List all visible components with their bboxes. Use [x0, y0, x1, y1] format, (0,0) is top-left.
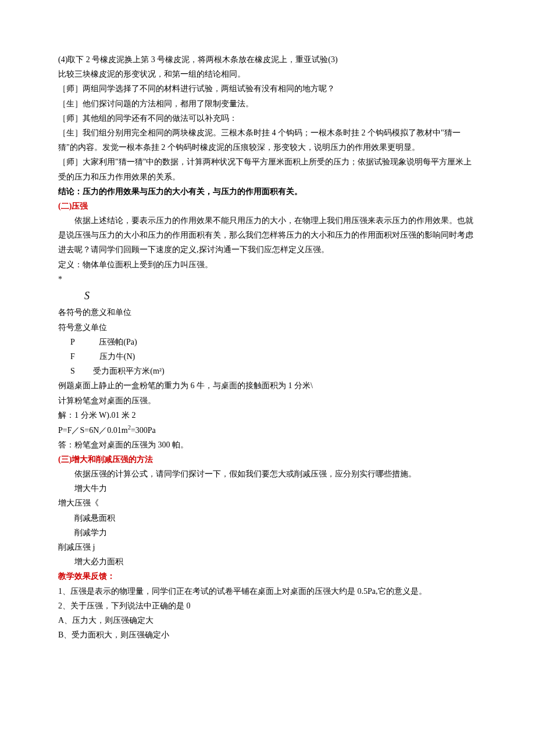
symbol-row-s: S 受力面积平方米(m²) — [58, 364, 477, 378]
option-b: B、受力面积大，则压强确定小 — [58, 628, 477, 642]
list-item: 增大压强《 — [58, 496, 477, 510]
symbol-intro: 各符号的意义和单位 — [58, 305, 477, 320]
section-heading-2: (二)压强 — [58, 199, 477, 213]
formula-symbol-s: S — [58, 286, 477, 305]
section-heading-3: (三)增大和削减压强的方法 — [58, 452, 477, 467]
formula-part-a: P=F／S=6N／0.01m — [58, 426, 128, 435]
dialogue-student: ［生］他们探讨问题的方法相同，都用了限制变量法。 — [58, 96, 477, 111]
body-text: 依据上述结论，要表示压力的作用效果不能只用压力的大小，在物理上我们用压强来表示压… — [58, 213, 477, 257]
symbol-header: 符号意义单位 — [58, 320, 477, 335]
option-a: A、压力大，则压强确定大 — [58, 613, 477, 628]
question-1: 1、压强是表示的物理量，同学们正在考试的试卷平铺在桌面上对桌面的压强大约是 0.… — [58, 584, 477, 599]
example-task: 计算粉笔盒对桌面的压强。 — [58, 393, 477, 408]
example-solution: 解：1 分米 W).01 米 2 — [58, 408, 477, 422]
dialogue-teacher: ［师］两组同学选择了不同的材料进行试验，两组试验有没有相同的地方呢？ — [58, 81, 477, 96]
dialogue-teacher: ［师］大家利用"猜一猜"中的数据，计算两种状况下每平方厘米面积上所受的压力；依据… — [58, 155, 477, 184]
list-item: 增大必力面积 — [58, 554, 477, 569]
symbol-row-f: F 压力牛(N) — [58, 349, 477, 364]
definition-text: 定义：物体单位面积上受到的压力叫压强。 — [58, 257, 477, 272]
body-text: 依据压强的计算公式，请同学们探讨一下，假如我们要怎大或削减压强，应分别实行哪些措… — [58, 467, 477, 481]
dialogue-teacher: ［师］其他组的同学还有不同的做法可以补充吗： — [58, 111, 477, 126]
example-formula: P=F／S=6N／0.01m2=300Pa — [58, 422, 477, 438]
example-answer: 答：粉笔盒对桌面的压强为 300 帕。 — [58, 438, 477, 452]
list-item: 削减学力 — [58, 525, 477, 540]
list-item: 削减悬面积 — [58, 511, 477, 525]
body-text: (4)取下 2 号橡皮泥换上第 3 号橡皮泥，将两根木条放在橡皮泥上，重亚试验(… — [58, 52, 477, 67]
symbol-row-p: P 压强帕(Pa) — [58, 335, 477, 349]
formula-part-c: =300Pa — [131, 426, 156, 435]
dialogue-student: ［生］我们组分别用完全相同的两块橡皮泥。三根木条时挂 4 个钩码；一根木条时挂 … — [58, 126, 477, 155]
example-problem: 例题桌面上静止的一盒粉笔的重力为 6 牛，与桌面的接触面积为 1 分米\ — [58, 378, 477, 393]
conclusion-text: 结论：压力的作用效果与压力的大小有关，与压力的作用面积有关。 — [58, 184, 477, 199]
body-text: 比较三块橡皮泥的形变状况，和第一组的结论相同。 — [58, 67, 477, 81]
question-2: 2、关于压强，下列说法中正确的是 0 — [58, 599, 477, 613]
list-item: 增大牛力 — [58, 481, 477, 496]
asterisk-mark: * — [58, 272, 477, 286]
feedback-heading: 教学效果反馈： — [58, 569, 477, 583]
list-item: 削减压强 j — [58, 540, 477, 554]
